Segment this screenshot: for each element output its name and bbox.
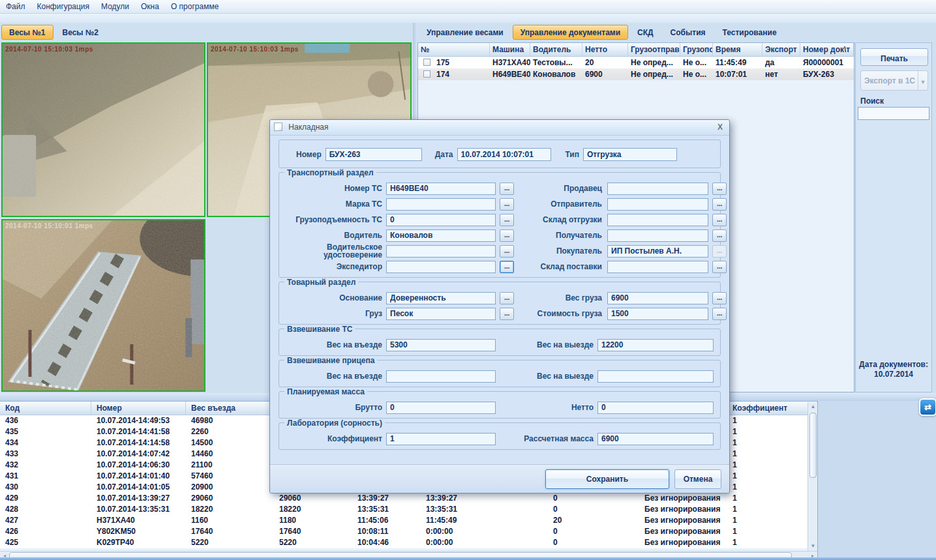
scales-tab[interactable]: Весы №2 (55, 25, 107, 40)
field-input[interactable] (386, 292, 496, 304)
tool-strip (0, 14, 936, 23)
coefficient-field[interactable] (386, 433, 496, 445)
dialog-titlebar[interactable]: Накладная X (270, 120, 729, 136)
invoice-icon (274, 123, 282, 131)
save-button[interactable]: Сохранить (545, 469, 669, 489)
teamviewer-icon[interactable]: ⇄ (919, 398, 936, 416)
field-input[interactable] (386, 261, 496, 273)
weighing-row[interactable]: 425 K029TP40 5220 5220 10:04:46 0:00:00 … (0, 537, 817, 548)
menu-item[interactable]: Конфигурация (31, 0, 96, 14)
column-header[interactable]: Номер док\т (800, 43, 854, 57)
documents-tab[interactable]: СКД (629, 25, 661, 40)
form-row: Вес груза ... (521, 290, 727, 306)
field-input[interactable] (607, 308, 708, 320)
export-1c-button[interactable]: Экспорт в 1С ▼ (860, 70, 928, 91)
lookup-button[interactable]: ... (500, 183, 514, 195)
lookup-button[interactable]: ... (500, 292, 514, 304)
lookup-button[interactable]: ... (712, 308, 727, 320)
lookup-button[interactable]: ... (712, 261, 727, 273)
menu-item[interactable]: Окна (135, 0, 165, 14)
form-row: Водитель ... (284, 228, 514, 243)
lookup-button[interactable]: ... (712, 292, 727, 304)
weighing-netto: 0 (548, 493, 639, 504)
weighing-weight-in: 2260 (186, 426, 274, 437)
field-input[interactable] (607, 229, 708, 242)
lookup-button[interactable]: ... (500, 198, 514, 211)
scroll-down-icon[interactable]: ▼ (808, 542, 818, 551)
weighing-coefficient: 1 (727, 482, 817, 493)
field-input[interactable] (607, 261, 708, 273)
trailer-weight-in-field[interactable] (386, 370, 496, 383)
lookup-button[interactable]: ... (500, 308, 514, 320)
field-input[interactable] (386, 214, 496, 226)
scroll-up-icon[interactable]: ▲ (808, 402, 818, 411)
print-button[interactable]: Печать (860, 48, 928, 66)
lookup-button[interactable]: ... (712, 229, 727, 242)
column-header[interactable]: Время (713, 43, 762, 57)
documents-tab[interactable]: События (663, 25, 714, 40)
weighing-row[interactable]: 427 Н371ХА40 1160 1180 11:45:06 11:45:49… (0, 515, 817, 526)
close-icon[interactable]: X (717, 123, 723, 132)
gross-field[interactable] (386, 402, 496, 414)
search-input[interactable] (858, 107, 929, 120)
weighing-row[interactable]: 429 10.07.2014-13:39:27 29060 29060 13:3… (0, 493, 817, 504)
column-header[interactable]: Номер (91, 402, 186, 415)
weighing-time-in: 13:39:27 (352, 493, 421, 504)
field-input[interactable] (386, 229, 496, 242)
column-header[interactable]: Машина (490, 43, 530, 57)
planned-mass-section: Планируемая масса Брутто Нетто (279, 391, 721, 419)
column-header[interactable]: Код (0, 402, 91, 415)
lookup-button[interactable]: ... (712, 245, 727, 258)
invoice-date-field[interactable] (457, 148, 551, 161)
documents-tab[interactable]: Тестирование (715, 25, 785, 40)
scrollbar-thumb[interactable] (809, 413, 817, 478)
lookup-button[interactable]: ... (500, 214, 514, 226)
field-input[interactable] (386, 198, 496, 211)
documents-tab[interactable]: Управление весами (419, 25, 511, 40)
row-checkbox[interactable] (423, 59, 430, 66)
invoice-type-field[interactable] (583, 148, 677, 161)
trailer-weight-out-field[interactable] (597, 370, 714, 383)
field-input[interactable] (386, 183, 496, 195)
lookup-button[interactable]: ... (500, 245, 514, 258)
weight-out-field[interactable] (597, 339, 714, 351)
row-checkbox[interactable] (423, 70, 430, 78)
cancel-button[interactable]: Отмена (674, 469, 721, 489)
field-input[interactable] (386, 245, 496, 258)
menu-item[interactable]: Модули (95, 0, 135, 14)
document-row[interactable]: 175 Н371ХА40 Тестовы... 20 Не опред... Н… (418, 57, 854, 68)
field-input[interactable] (607, 292, 708, 304)
column-header[interactable]: Грузоотправ (628, 43, 680, 57)
column-header[interactable]: Грузопо (680, 43, 713, 57)
weight-in-field[interactable] (386, 339, 496, 351)
menu-item[interactable]: Файл (0, 0, 31, 14)
net-field[interactable] (597, 402, 714, 414)
column-header[interactable]: Водитель (530, 43, 582, 57)
lookup-button[interactable]: ... (500, 229, 514, 242)
vertical-scrollbar[interactable]: ▲ ▼ (808, 402, 817, 551)
calculated-mass-field[interactable] (597, 433, 714, 445)
lookup-button[interactable]: ... (712, 198, 727, 211)
weighing-row[interactable]: 428 10.07.2014-13:35:31 18220 18220 13:3… (0, 504, 817, 515)
documents-tab[interactable]: Управление документами (513, 25, 628, 40)
scales-tab[interactable]: Весы №1 (1, 25, 53, 40)
lookup-button[interactable]: ... (712, 214, 727, 226)
column-header[interactable]: Коэффициент (727, 402, 817, 415)
field-input[interactable] (386, 308, 496, 320)
lookup-button[interactable]: ... (712, 183, 727, 195)
field-input[interactable] (607, 198, 708, 211)
chevron-down-icon[interactable]: ▼ (918, 71, 928, 90)
field-input[interactable] (607, 245, 708, 258)
column-header[interactable]: № (418, 43, 490, 57)
menu-item[interactable]: О программе (165, 0, 224, 14)
invoice-number-field[interactable] (325, 148, 422, 161)
field-label: Марка ТС (284, 200, 382, 208)
weighing-row[interactable]: 426 Y802KM50 17640 17640 10:08:11 0:00:0… (0, 526, 817, 537)
lookup-button[interactable]: ... (500, 261, 514, 273)
column-header[interactable]: Экспорт (762, 43, 800, 57)
field-input[interactable] (607, 214, 708, 226)
column-header[interactable]: Вес въезда (186, 402, 274, 415)
document-row[interactable]: 174 Н649ВЕ40 Коновалов 6900 Не опред... … (418, 68, 854, 80)
column-header[interactable]: Нетто (582, 43, 628, 57)
field-input[interactable] (607, 183, 708, 195)
